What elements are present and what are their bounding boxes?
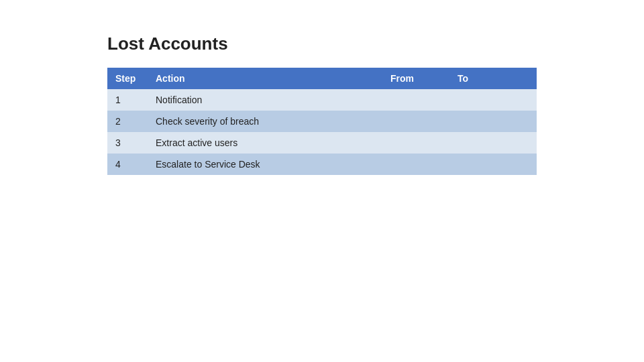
page-container: Lost Accounts Step Action From To 1Notif…	[0, 0, 644, 362]
header-to: To	[449, 68, 537, 89]
cell-from	[382, 132, 449, 154]
cell-from	[382, 111, 449, 132]
lost-accounts-table: Step Action From To 1Notification2Check …	[107, 68, 537, 175]
cell-from	[382, 89, 449, 111]
table-row: 2Check severity of breach	[107, 111, 537, 132]
cell-action: Escalate to Service Desk	[148, 154, 382, 175]
cell-action: Notification	[148, 89, 382, 111]
table-header-row: Step Action From To	[107, 68, 537, 89]
header-from: From	[382, 68, 449, 89]
table-row: 3Extract active users	[107, 132, 537, 154]
header-action: Action	[148, 68, 382, 89]
cell-step: 3	[107, 132, 148, 154]
cell-step: 4	[107, 154, 148, 175]
cell-action: Check severity of breach	[148, 111, 382, 132]
table-row: 1Notification	[107, 89, 537, 111]
cell-from	[382, 154, 449, 175]
page-title: Lost Accounts	[107, 34, 537, 54]
cell-step: 1	[107, 89, 148, 111]
header-step: Step	[107, 68, 148, 89]
cell-step: 2	[107, 111, 148, 132]
cell-action: Extract active users	[148, 132, 382, 154]
table-row: 4Escalate to Service Desk	[107, 154, 537, 175]
cell-to	[449, 89, 537, 111]
cell-to	[449, 154, 537, 175]
cell-to	[449, 132, 537, 154]
cell-to	[449, 111, 537, 132]
